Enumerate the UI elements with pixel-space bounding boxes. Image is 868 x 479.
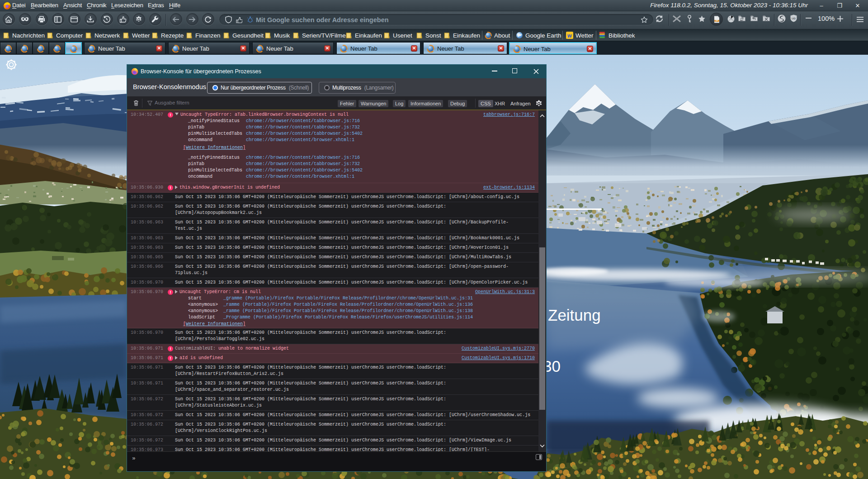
svg-text:ZIP: ZIP [715,19,718,22]
svg-text:UD: UD [792,17,796,20]
svg-text:w: w [567,33,572,39]
svg-text:Zeitung: Zeitung [548,306,601,324]
